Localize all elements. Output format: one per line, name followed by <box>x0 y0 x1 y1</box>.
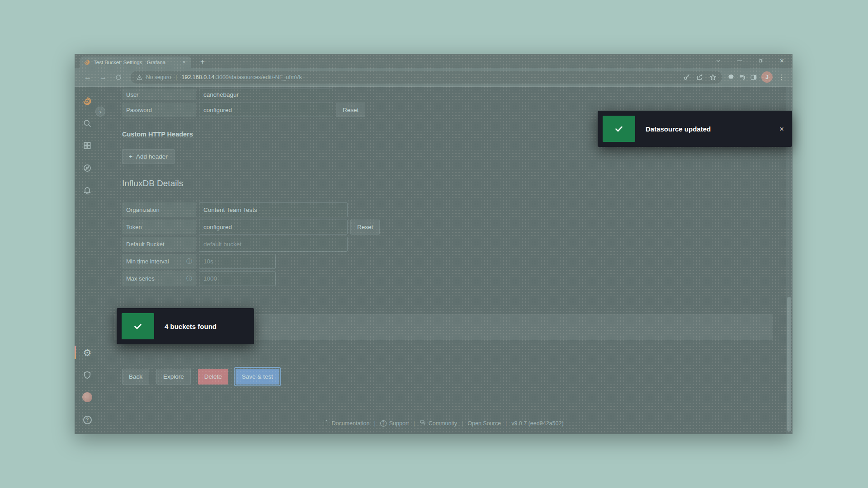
sidebar-item-dashboards[interactable] <box>82 141 92 150</box>
question-circle-icon: ? <box>380 420 387 427</box>
address-separator: | <box>175 74 178 80</box>
toast-message: Datasource updated <box>646 125 779 133</box>
user-field-label: User <box>122 89 196 100</box>
grafana-logo-icon[interactable] <box>82 96 92 106</box>
footer-community-link[interactable]: Community <box>420 419 457 427</box>
token-field-label: Token <box>122 220 196 235</box>
organization-field-label: Organization <box>122 202 196 217</box>
side-panel-icon[interactable] <box>750 74 757 81</box>
page-actions <box>683 74 717 81</box>
user-input[interactable]: canchebagur <box>199 89 333 100</box>
success-check-icon <box>603 116 635 142</box>
browser-toolbar: ← → No seguro | 192.168.0.14:3000/dataso… <box>75 68 793 87</box>
new-tab-button[interactable]: + <box>198 57 208 67</box>
min-time-interval-input[interactable]: 10s <box>199 254 276 269</box>
browser-window: Test Bucket: Settings - Grafana × + × ← … <box>75 54 793 434</box>
plus-icon: + <box>129 153 132 160</box>
add-header-button[interactable]: + Add header <box>122 149 175 164</box>
default-bucket-input[interactable]: default bucket <box>199 237 348 252</box>
footer-separator: | <box>462 420 463 427</box>
window-minimize-button[interactable] <box>729 54 750 68</box>
info-icon[interactable]: ⓘ <box>186 258 192 266</box>
tab-close-icon[interactable]: × <box>180 59 188 66</box>
toast-close-icon[interactable]: × <box>779 125 784 133</box>
grafana-favicon-icon <box>84 59 90 66</box>
refresh-icon[interactable] <box>112 70 125 84</box>
toast-datasource-updated: Datasource updated × <box>598 111 792 147</box>
footer-support-link[interactable]: ? Support <box>380 420 409 427</box>
password-key-icon[interactable] <box>683 74 690 81</box>
footer-documentation-label: Documentation <box>331 420 369 427</box>
max-series-label-text: Max series <box>126 275 155 282</box>
bookmark-star-icon[interactable] <box>709 74 717 81</box>
footer-separator: | <box>374 420 376 427</box>
back-button[interactable]: Back <box>122 369 149 385</box>
custom-headers-title: Custom HTTP Headers <box>122 131 193 138</box>
address-bar[interactable]: No seguro | 192.168.0.14:3000/datasource… <box>131 71 722 84</box>
max-series-input[interactable]: 1000 <box>199 271 276 286</box>
community-bubbles-icon <box>420 419 426 427</box>
sidebar-item-configuration[interactable]: ⚙ <box>82 347 92 357</box>
document-icon <box>322 419 329 427</box>
info-icon[interactable]: ⓘ <box>186 275 192 283</box>
url-host: 192.168.0.14 <box>182 74 215 80</box>
help-icon: ? <box>83 416 92 424</box>
grafana-footer: Documentation | ? Support | Community | … <box>100 419 786 427</box>
window-menu-chevron-icon[interactable] <box>708 54 729 68</box>
share-icon[interactable] <box>696 74 703 81</box>
toast-message: 4 buckets found <box>165 323 254 330</box>
footer-documentation-link[interactable]: Documentation <box>322 419 369 427</box>
explore-button[interactable]: Explore <box>156 369 191 385</box>
footer-separator: | <box>505 420 507 427</box>
forward-icon[interactable]: → <box>96 70 110 84</box>
password-input[interactable]: configured <box>199 103 333 117</box>
sidebar-item-explore[interactable] <box>82 163 92 173</box>
influxdb-details-title: InfluxDB Details <box>122 178 183 188</box>
not-secure-warning-icon <box>137 74 142 80</box>
sidebar-item-server-admin[interactable] <box>82 370 92 380</box>
browser-menu-kebab-icon[interactable]: ⋮ <box>777 73 786 81</box>
avatar <box>82 392 92 402</box>
window-restore-button[interactable] <box>750 54 771 68</box>
browser-profile-avatar[interactable]: J <box>761 71 773 83</box>
footer-open-source-link[interactable]: Open Source <box>467 420 501 427</box>
toast-buckets-found: 4 buckets found <box>117 308 254 344</box>
success-check-icon <box>122 313 154 339</box>
token-input[interactable]: configured <box>199 220 348 235</box>
sidebar-item-help[interactable]: ? <box>82 415 92 425</box>
footer-version-label: v9.0.7 (eed942a502) <box>511 420 563 427</box>
browser-tab[interactable]: Test Bucket: Settings - Grafana × <box>80 56 191 68</box>
password-field-label: Password <box>122 103 196 117</box>
playlist-extension-icon[interactable] <box>739 74 746 81</box>
url-path: :3000/datasources/edit/-NF_ufmVk <box>215 74 302 80</box>
min-time-interval-field-label: Min time interval ⓘ <box>122 254 196 269</box>
footer-open-source-label: Open Source <box>467 420 501 427</box>
default-bucket-field-label: Default Bucket <box>122 237 196 252</box>
footer-support-label: Support <box>389 420 409 427</box>
window-controls: × <box>708 54 793 68</box>
sidebar-item-alerting[interactable] <box>82 185 92 195</box>
add-header-label: Add header <box>136 153 168 160</box>
footer-separator: | <box>414 420 415 427</box>
sidebar-user-avatar[interactable] <box>82 392 92 402</box>
sidebar-expand-chevron[interactable]: › <box>95 107 105 117</box>
delete-button[interactable]: Delete <box>198 369 228 385</box>
toolbar-extensions: J ⋮ <box>727 71 786 83</box>
save-and-test-button[interactable]: Save & test <box>236 369 279 385</box>
sidebar-active-indicator <box>75 346 76 359</box>
url-text[interactable]: 192.168.0.14:3000/datasources/edit/-NF_u… <box>182 74 680 80</box>
min-time-interval-label-text: Min time interval <box>126 258 169 265</box>
organization-input[interactable]: Content Team Tests <box>199 202 348 217</box>
extensions-puzzle-icon[interactable] <box>727 74 735 81</box>
max-series-field-label: Max series ⓘ <box>122 271 196 286</box>
footer-community-label: Community <box>429 420 457 427</box>
grafana-sidebar: › ⚙ ? <box>75 87 100 434</box>
not-secure-label[interactable]: No seguro <box>146 74 171 80</box>
token-reset-button[interactable]: Reset <box>350 220 380 235</box>
sidebar-item-search[interactable] <box>82 118 92 128</box>
back-icon[interactable]: ← <box>81 70 94 84</box>
window-close-button[interactable]: × <box>771 54 793 68</box>
password-reset-button[interactable]: Reset <box>336 103 365 117</box>
footer-version: v9.0.7 (eed942a502) <box>511 420 563 427</box>
scrollbar-thumb[interactable] <box>787 297 791 432</box>
